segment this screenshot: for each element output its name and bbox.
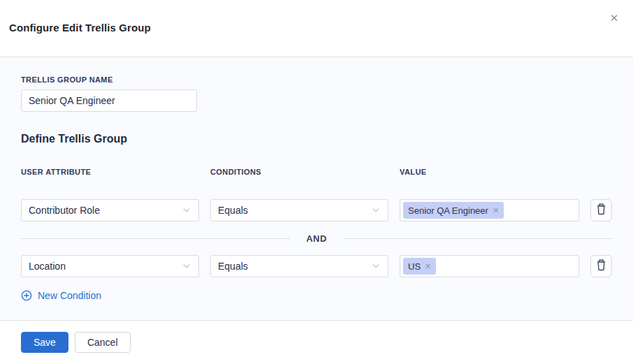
save-button[interactable]: Save: [21, 332, 68, 353]
column-header-conditions: CONDITIONS: [210, 168, 388, 176]
close-icon[interactable]: ✕: [606, 10, 622, 25]
chip-remove-icon[interactable]: ✕: [493, 207, 499, 214]
delete-condition-button[interactable]: [590, 199, 612, 221]
user-attribute-select-value: Contributor Role: [29, 205, 100, 216]
condition-select-value: Equals: [218, 205, 248, 216]
new-condition-label: New Condition: [38, 290, 101, 301]
value-input[interactable]: Senior QA Engineer ✕: [400, 199, 579, 221]
modal-title: Configure Edit Trellis Group: [9, 22, 151, 34]
condition-select-value: Equals: [218, 261, 248, 272]
new-condition-button[interactable]: New Condition: [21, 290, 101, 301]
trellis-group-name-input[interactable]: [21, 89, 197, 112]
define-trellis-group-heading: Define Trellis Group: [21, 133, 612, 145]
value-chip: Senior QA Engineer ✕: [403, 202, 504, 219]
value-input[interactable]: US ✕: [400, 255, 579, 277]
chevron-down-icon: [182, 261, 191, 271]
divider-line: [343, 238, 612, 239]
modal-body: TRELLIS GROUP NAME Define Trellis Group …: [0, 57, 633, 320]
user-attribute-select-value: Location: [29, 261, 66, 272]
condition-column-headers: USER ATTRIBUTE CONDITIONS VALUE: [21, 168, 612, 176]
and-connector-label: AND: [290, 233, 343, 244]
condition-row: Contributor Role Equals Senior QA Engine…: [21, 199, 612, 221]
value-chip-label: US: [408, 261, 421, 272]
modal-footer: Save Cancel: [0, 320, 633, 364]
divider-line: [21, 238, 290, 239]
condition-select[interactable]: Equals: [210, 199, 388, 221]
user-attribute-select[interactable]: Location: [21, 255, 199, 277]
delete-condition-button[interactable]: [590, 255, 612, 277]
value-chip: US ✕: [403, 258, 436, 275]
cancel-button[interactable]: Cancel: [75, 332, 131, 353]
condition-select[interactable]: Equals: [210, 255, 388, 277]
trash-icon: [596, 203, 606, 217]
user-attribute-select[interactable]: Contributor Role: [21, 199, 199, 221]
chevron-down-icon: [371, 205, 381, 215]
condition-row: Location Equals US ✕: [21, 255, 612, 277]
chevron-down-icon: [182, 205, 191, 215]
chevron-down-icon: [371, 261, 381, 271]
configure-trellis-group-modal: Configure Edit Trellis Group ✕ TRELLIS G…: [0, 0, 633, 364]
chip-remove-icon[interactable]: ✕: [425, 263, 431, 270]
trash-icon: [596, 259, 606, 273]
value-chip-label: Senior QA Engineer: [408, 205, 488, 216]
column-header-value: VALUE: [400, 168, 579, 176]
and-connector: AND: [21, 233, 612, 243]
modal-header: Configure Edit Trellis Group ✕: [0, 0, 633, 57]
trellis-group-name-label: TRELLIS GROUP NAME: [21, 75, 612, 84]
plus-circle-icon: [21, 290, 32, 301]
column-header-user-attribute: USER ATTRIBUTE: [21, 168, 199, 176]
